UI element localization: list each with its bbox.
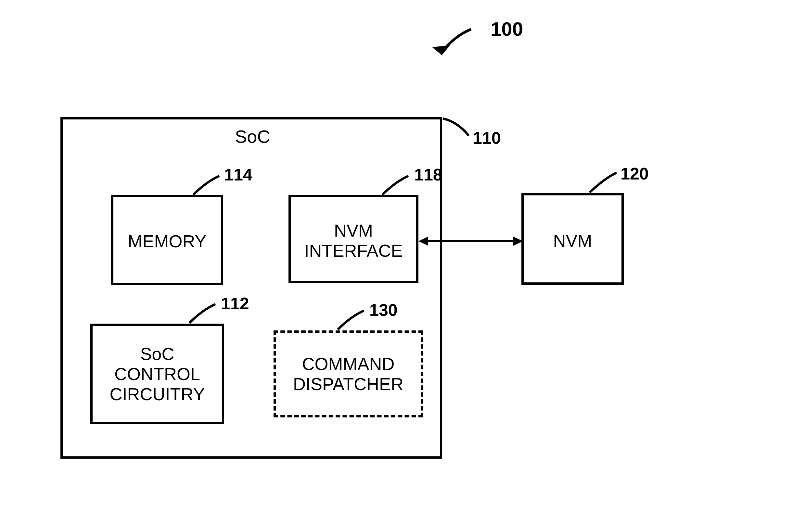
nvm-ref-label: 120 bbox=[621, 164, 649, 184]
nvm-connector-arrow-left bbox=[419, 236, 428, 246]
soc-ref-leader bbox=[441, 117, 474, 143]
nvm-connector-line bbox=[426, 240, 517, 242]
main-ref-arrow bbox=[422, 23, 487, 62]
soc-ref-label: 110 bbox=[473, 128, 501, 148]
command-dispatcher-label: COMMAND DISPATCHER bbox=[276, 354, 421, 394]
nvm-interface-label: NVM INTERFACE bbox=[291, 221, 416, 261]
command-dispatcher-box: COMMAND DISPATCHER bbox=[274, 330, 423, 417]
soc-control-box: SoC CONTROL CIRCUITRY bbox=[90, 324, 224, 424]
nvm-box: NVM bbox=[521, 193, 624, 285]
main-ref-label: 100 bbox=[491, 18, 523, 40]
memory-label: MEMORY bbox=[113, 231, 221, 251]
nvm-interface-ref-label: 118 bbox=[414, 165, 442, 184]
soc-control-ref-label: 112 bbox=[221, 294, 249, 313]
memory-ref-label: 114 bbox=[224, 165, 253, 184]
memory-box: MEMORY bbox=[111, 195, 223, 285]
command-dispatcher-ref-label: 130 bbox=[369, 300, 398, 320]
soc-title: SoC bbox=[235, 126, 270, 147]
nvm-interface-box: NVM INTERFACE bbox=[289, 195, 419, 283]
nvm-connector-arrow-right bbox=[513, 236, 523, 246]
nvm-label: NVM bbox=[524, 230, 622, 251]
soc-control-label: SoC CONTROL CIRCUITRY bbox=[93, 344, 222, 404]
nvm-ref-leader bbox=[588, 169, 621, 194]
